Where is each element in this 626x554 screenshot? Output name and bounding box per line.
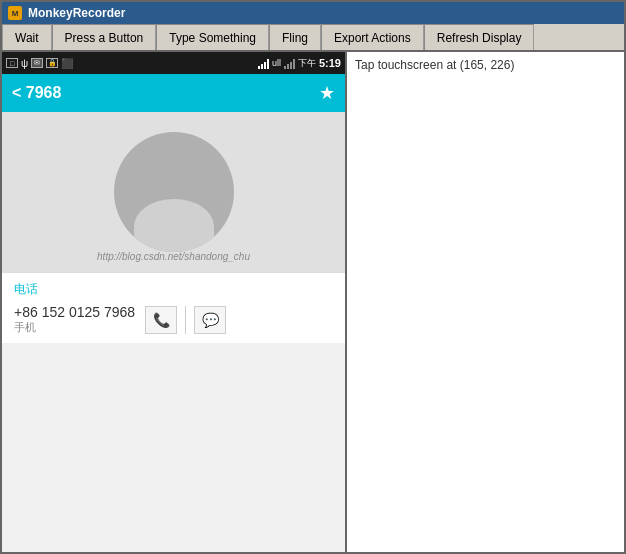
tab-bar: Wait Press a Button Type Something Fling…: [2, 24, 624, 52]
status-icon-4: 🔒: [46, 58, 58, 68]
action-log-text: Tap touchscreen at (165, 226): [355, 58, 514, 72]
contact-header: < 7968 ★: [2, 74, 345, 112]
status-time: 5:19: [319, 57, 341, 69]
signal-bars: [258, 57, 269, 69]
avatar-circle: [114, 132, 234, 252]
status-icons-left: □ ψ ✉ 🔒 ⬛: [6, 58, 73, 69]
app-icon: M: [8, 6, 22, 20]
message-button[interactable]: 💬: [194, 306, 226, 334]
phone-number-block: +86 152 0125 7968 手机: [14, 304, 135, 335]
tab-refresh-display[interactable]: Refresh Display: [424, 24, 535, 50]
tab-press-button[interactable]: Press a Button: [52, 24, 157, 50]
phone-actions: 📞 💬: [145, 306, 226, 334]
title-bar: M MonkeyRecorder: [2, 2, 624, 24]
avatar-area: http://blog.csdn.net/shandong_chu: [2, 112, 345, 272]
status-icon-2: ψ: [21, 58, 28, 69]
status-icon-1: □: [6, 58, 18, 68]
avatar-body: [134, 199, 214, 252]
status-chinese: 下午: [298, 57, 316, 70]
tab-fling[interactable]: Fling: [269, 24, 321, 50]
main-window: M MonkeyRecorder Wait Press a Button Typ…: [0, 0, 626, 554]
status-icon-5: ⬛: [61, 58, 73, 69]
phone-screen: □ ψ ✉ 🔒 ⬛ ull: [2, 52, 347, 552]
phone-number: +86 152 0125 7968: [14, 304, 135, 320]
tab-wait[interactable]: Wait: [2, 24, 52, 50]
action-divider: [185, 306, 186, 334]
star-icon[interactable]: ★: [319, 82, 335, 104]
signal-bars-2: [284, 57, 295, 69]
phone-type: 手机: [14, 320, 135, 335]
app-title: MonkeyRecorder: [28, 6, 125, 20]
phone-info: 电话 +86 152 0125 7968 手机 📞 💬: [2, 272, 345, 343]
status-icon-3: ✉: [31, 58, 43, 68]
signal-text: ull: [272, 58, 281, 68]
call-icon: 📞: [153, 312, 170, 328]
section-label: 电话: [14, 281, 333, 298]
message-icon: 💬: [202, 312, 219, 328]
right-panel: Tap touchscreen at (165, 226): [347, 52, 624, 552]
tab-export-actions[interactable]: Export Actions: [321, 24, 424, 50]
android-status-bar: □ ψ ✉ 🔒 ⬛ ull: [2, 52, 345, 74]
call-button[interactable]: 📞: [145, 306, 177, 334]
content-area: □ ψ ✉ 🔒 ⬛ ull: [2, 52, 624, 552]
watermark-text: http://blog.csdn.net/shandong_chu: [97, 251, 250, 262]
status-right: ull 下午 5:19: [258, 57, 341, 70]
contact-name: < 7968: [12, 84, 61, 102]
phone-row: +86 152 0125 7968 手机 📞 💬: [14, 304, 333, 335]
tab-type-something[interactable]: Type Something: [156, 24, 269, 50]
